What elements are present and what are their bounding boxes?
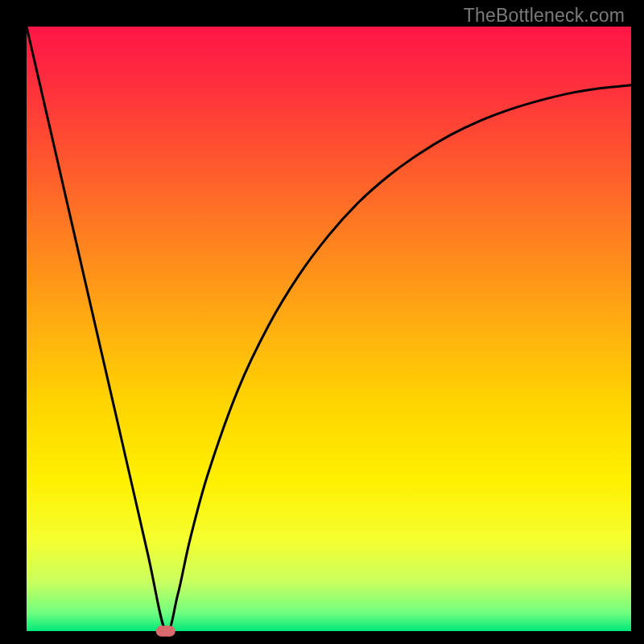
chart-container: TheBottleneck.com — [0, 0, 644, 644]
optimal-marker — [156, 625, 175, 637]
chart-svg — [0, 0, 644, 644]
plot-background — [27, 27, 631, 631]
watermark: TheBottleneck.com — [464, 5, 625, 27]
